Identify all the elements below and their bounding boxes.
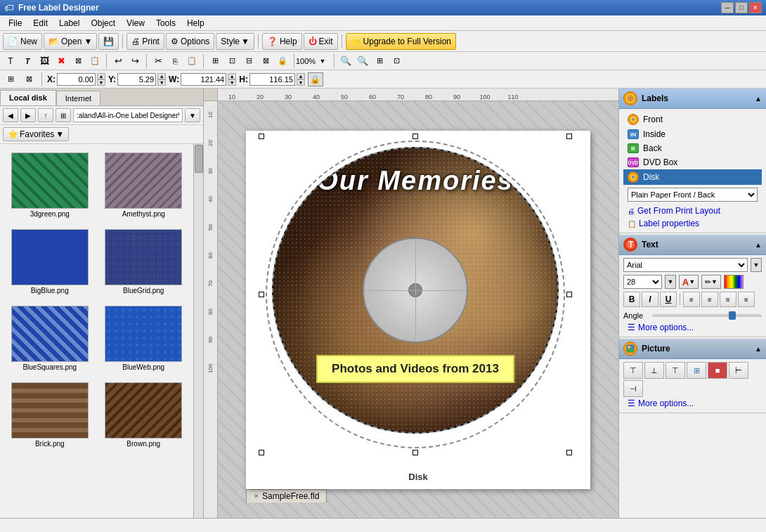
tab-close-icon[interactable]: ✕ [254, 493, 259, 500]
tool-text2[interactable]: T [20, 54, 35, 68]
nav-view[interactable]: ⊞ [56, 108, 71, 122]
y-up[interactable]: ▲ [157, 73, 166, 79]
labels-header[interactable]: Labels ▲ [619, 89, 766, 109]
tab-local-disk[interactable]: Local disk [0, 90, 56, 105]
tool-copy[interactable]: ⎘ [167, 54, 183, 68]
label-item-disk[interactable]: Disk [623, 169, 762, 185]
menu-file[interactable]: File [3, 17, 27, 30]
handle-bl[interactable] [259, 450, 264, 455]
help-button[interactable]: ❓ Help [262, 33, 302, 50]
align-center-button[interactable]: ≡ [701, 292, 718, 307]
list-item[interactable]: Brown.png [100, 379, 188, 450]
zoom-in[interactable]: 🔍 [338, 54, 353, 68]
pic-fill[interactable]: ■ [708, 362, 727, 379]
size-dropdown-arrow[interactable]: ▼ [665, 275, 676, 289]
save-button[interactable]: 💾 [98, 33, 119, 50]
tool-snap[interactable]: ⊡ [224, 54, 240, 68]
handle-tl[interactable] [259, 134, 264, 139]
pic-align-tc[interactable]: ⊥ [644, 362, 664, 379]
label-item-back[interactable]: B Back [623, 141, 762, 155]
y-down[interactable]: ▼ [157, 79, 166, 86]
close-button[interactable]: ✕ [749, 2, 762, 13]
tool-undo[interactable]: ↩ [110, 54, 126, 68]
angle-thumb[interactable] [729, 311, 736, 320]
label-item-inside[interactable]: IN Inside [623, 127, 762, 141]
list-item[interactable]: BlueSquares.png [6, 303, 94, 374]
menu-label[interactable]: Label [53, 17, 85, 30]
favorites-button[interactable]: ⭐ Favorites ▼ [3, 127, 69, 141]
x-spin[interactable]: ▲ ▼ [97, 73, 105, 86]
text-more-options[interactable]: ☰ More options... [623, 321, 762, 334]
scroll-thumb[interactable] [195, 145, 203, 173]
address-bar[interactable] [73, 108, 183, 122]
open-button[interactable]: 📂 Open ▼ [44, 33, 97, 50]
tool-cut[interactable]: ✂ [150, 54, 166, 68]
label-item-dvd[interactable]: DVD DVD Box [623, 155, 762, 169]
exit-button[interactable]: ⏻ Exit [304, 33, 338, 50]
handle-br[interactable] [566, 450, 572, 455]
label-item-front[interactable]: Front [623, 112, 762, 127]
panel-scrollbar[interactable] [193, 144, 203, 532]
align-right-button[interactable]: ≡ [720, 292, 736, 307]
nav-forward[interactable]: ▶ [20, 108, 36, 122]
y-spin[interactable]: ▲ ▼ [157, 73, 166, 86]
nav-back[interactable]: ◀ [3, 108, 18, 122]
justify-button[interactable]: ≡ [738, 292, 755, 307]
picture-header[interactable]: Picture ▲ [619, 339, 766, 359]
handle-tc[interactable] [413, 134, 418, 139]
style-button[interactable]: Style ▼ [216, 33, 254, 50]
options-button[interactable]: ⚙ Options [166, 33, 214, 50]
tool-crop[interactable]: ⊠ [70, 54, 86, 68]
menu-help[interactable]: Help [181, 17, 210, 30]
pic-fit[interactable]: ⊞ [687, 362, 706, 379]
font-dropdown-arrow[interactable]: ▼ [751, 258, 762, 272]
x-input[interactable] [57, 73, 96, 86]
pic-align-bl[interactable]: ⊢ [729, 362, 748, 379]
tool-delete[interactable]: ✖ [53, 54, 69, 68]
handle-ml[interactable] [259, 292, 264, 297]
menu-tools[interactable]: Tools [150, 17, 181, 30]
handle-bc[interactable] [413, 450, 418, 455]
handle-mr[interactable] [566, 292, 572, 297]
list-item[interactable]: 3dgreen.png [6, 150, 94, 221]
w-down[interactable]: ▼ [228, 79, 236, 86]
tool-grid[interactable]: ⊞ [207, 54, 223, 68]
angle-track[interactable] [652, 314, 762, 317]
italic-button[interactable]: I [642, 292, 658, 307]
nav-up[interactable]: ↑ [38, 108, 53, 122]
rainbow-button[interactable] [724, 275, 744, 289]
w-spin[interactable]: ▲ ▼ [228, 73, 236, 86]
label-properties-link[interactable]: 📋 Label properties [623, 217, 762, 230]
tool-align[interactable]: ⊟ [241, 54, 257, 68]
list-item[interactable]: Brick.png [6, 379, 94, 450]
print-button[interactable]: 🖨 Print [126, 33, 164, 50]
get-from-print-link[interactable]: 🖨 Get From Print Layout [623, 205, 762, 217]
picture-collapse-icon[interactable]: ▲ [755, 345, 762, 353]
pic-align-bc[interactable]: ⊣ [623, 380, 643, 397]
disk-subtitle-box[interactable]: Photos and Videos from 2013 [316, 355, 514, 383]
labels-collapse-icon[interactable]: ▲ [755, 95, 762, 103]
pic-align-tr[interactable]: ⊤ [666, 362, 685, 379]
upgrade-button[interactable]: ⭐ Upgrade to Full Version [346, 33, 456, 50]
text-effect-button[interactable]: ✏ ▼ [701, 275, 721, 289]
pic-align-tl[interactable]: ⊤ [623, 362, 643, 379]
canvas-page[interactable]: Our Memories Photos and Videos from 2013… [246, 131, 590, 489]
menu-object[interactable]: Object [85, 17, 121, 30]
h-down[interactable]: ▼ [297, 79, 305, 86]
w-input[interactable] [181, 73, 226, 86]
list-item[interactable]: BlueWeb.png [100, 303, 188, 374]
zoom-100[interactable]: ⊡ [389, 54, 404, 68]
picture-more-options[interactable]: ☰ More options... [623, 397, 762, 410]
w-up[interactable]: ▲ [228, 73, 236, 79]
disk-visual[interactable]: Our Memories Photos and Videos from 2013 [272, 147, 559, 434]
paper-type-select[interactable]: Plain Paper Front / BackGlossyMatte [628, 188, 758, 202]
bold-button[interactable]: B [623, 292, 640, 307]
y-input[interactable] [117, 73, 156, 86]
h-spin[interactable]: ▲ ▼ [297, 73, 305, 86]
handle-tr[interactable] [566, 134, 572, 139]
tool-text[interactable]: T [3, 54, 18, 68]
zoom-fit[interactable]: ⊞ [372, 54, 387, 68]
tool-paste[interactable]: 📋 [184, 54, 200, 68]
tool-redo[interactable]: ↪ [127, 54, 143, 68]
x-down[interactable]: ▼ [97, 79, 105, 86]
